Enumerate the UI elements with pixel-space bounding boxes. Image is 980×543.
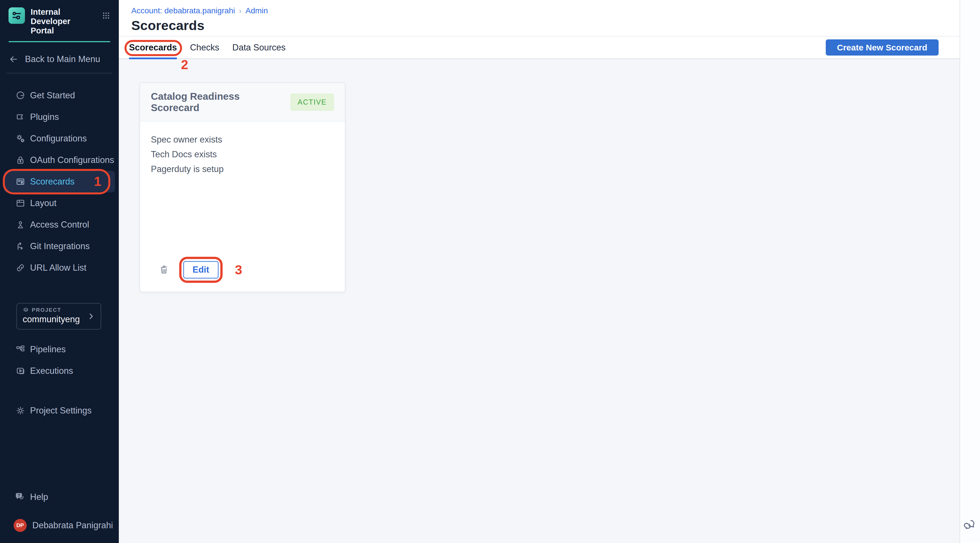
sidebar-header: Internal Developer Portal <box>0 0 119 35</box>
app-root: Internal Developer Portal Back to Main M… <box>0 0 980 543</box>
gear-icon <box>15 406 25 416</box>
trash-icon <box>158 264 170 275</box>
annotation-number-2: 2 <box>181 57 188 72</box>
sidebar-item-plugins[interactable]: Plugins <box>0 106 119 128</box>
scorecard-card-header: Catalog Readiness Scorecard ACTIVE <box>140 83 345 122</box>
sidebar-bottom: ? Help DP Debabrata Panigrahi <box>0 486 119 543</box>
breadcrumb: Account: debabrata.panigrahi › Admin <box>131 6 959 15</box>
sidebar-item-layout[interactable]: Layout <box>0 192 119 214</box>
breadcrumb-admin-link[interactable]: Admin <box>245 6 268 15</box>
git-branch-icon <box>15 241 25 251</box>
tab-data-sources[interactable]: Data Sources <box>232 37 286 59</box>
breadcrumb-account-link[interactable]: Account: debabrata.panigrahi <box>131 6 235 15</box>
tab-checks[interactable]: Checks <box>190 37 219 59</box>
chevron-right-icon <box>87 312 95 320</box>
link-icon <box>15 263 25 273</box>
user-menu[interactable]: DP Debabrata Panigrahi <box>0 514 119 536</box>
gears-icon <box>15 133 25 144</box>
check-item: Tech Docs exists <box>151 149 334 160</box>
sidebar-item-executions[interactable]: Executions <box>0 360 119 382</box>
scorecard-card-footer: Edit 3 <box>140 261 345 292</box>
tab-scorecards[interactable]: Scorecards 2 <box>129 37 177 59</box>
sidebar-item-pipelines[interactable]: Pipelines <box>0 339 119 360</box>
breadcrumb-separator-icon: › <box>239 6 242 15</box>
help-chat-icon: ? <box>14 491 25 503</box>
tab-bar: Scorecards 2 Checks Data Sources Create … <box>119 37 959 59</box>
arrow-left-icon <box>8 54 19 64</box>
svg-text:?: ? <box>18 493 20 498</box>
sidebar-item-project-settings[interactable]: Project Settings <box>0 400 119 421</box>
delete-scorecard-button[interactable] <box>158 264 170 275</box>
active-tab-underline <box>129 57 177 59</box>
sidebar-divider <box>6 73 113 73</box>
project-name: communityeng <box>23 314 95 324</box>
app-title: Internal Developer Portal <box>30 7 88 35</box>
admin-nav: Get Started Plugins <box>0 85 119 279</box>
executions-icon <box>15 366 25 376</box>
check-item: Spec owner exists <box>151 135 334 145</box>
lock-icon <box>15 155 25 165</box>
scorecard-checks-list: Spec owner exists Tech Docs exists Pager… <box>140 122 345 179</box>
back-to-main-menu[interactable]: Back to Main Menu <box>0 54 119 64</box>
settings-nav: Project Settings <box>0 400 119 421</box>
page-title: Scorecards <box>131 17 959 33</box>
avatar: DP <box>14 519 27 532</box>
back-label: Back to Main Menu <box>25 54 100 64</box>
content-area: Catalog Readiness Scorecard ACTIVE Spec … <box>119 59 959 543</box>
status-badge: ACTIVE <box>290 94 334 111</box>
stack-icon <box>23 307 29 313</box>
right-panel-strip <box>959 0 980 543</box>
scorecard-icon <box>15 176 25 187</box>
pipelines-icon <box>15 345 25 354</box>
plugins-icon <box>15 112 25 122</box>
check-item: Pagerduty is setup <box>151 164 334 174</box>
sidebar-item-git-integrations[interactable]: Git Integrations <box>0 235 119 257</box>
app-grid-icon[interactable] <box>101 11 111 21</box>
scorecard-title: Catalog Readiness Scorecard <box>151 90 290 113</box>
brand-underline <box>8 41 110 42</box>
user-name: Debabrata Panigrahi <box>32 520 113 530</box>
create-new-scorecard-button[interactable]: Create New Scorecard <box>826 40 939 56</box>
idp-logo-icon <box>8 7 25 24</box>
sidebar-item-configurations[interactable]: Configurations <box>0 128 119 149</box>
help-label: Help <box>30 492 48 502</box>
sidebar-item-get-started[interactable]: Get Started <box>0 85 119 106</box>
scorecard-card: Catalog Readiness Scorecard ACTIVE Spec … <box>140 83 345 292</box>
support-chat-icon[interactable] <box>964 518 977 531</box>
layout-icon <box>15 198 25 208</box>
sidebar-item-url-allow-list[interactable]: URL Allow List <box>0 257 119 279</box>
annotation-number-1: 1 <box>94 174 101 189</box>
sidebar-item-scorecards[interactable]: Scorecards 1 <box>4 171 115 192</box>
person-icon <box>15 220 25 230</box>
help-button[interactable]: ? Help <box>0 486 119 508</box>
sidebar: Internal Developer Portal Back to Main M… <box>0 0 119 543</box>
project-selector[interactable]: PROJECT communityeng <box>16 303 101 330</box>
project-nav: Pipelines Executions <box>0 339 119 382</box>
project-label: PROJECT <box>32 307 61 313</box>
get-started-icon <box>15 90 25 101</box>
edit-button[interactable]: Edit <box>183 261 219 279</box>
sidebar-item-access-control[interactable]: Access Control <box>0 214 119 235</box>
page-header: Account: debabrata.panigrahi › Admin Sco… <box>119 0 959 37</box>
annotation-number-3: 3 <box>235 262 242 278</box>
main-area: Account: debabrata.panigrahi › Admin Sco… <box>119 0 959 543</box>
sidebar-item-oauth-configurations[interactable]: OAuth Configurations <box>0 149 119 171</box>
